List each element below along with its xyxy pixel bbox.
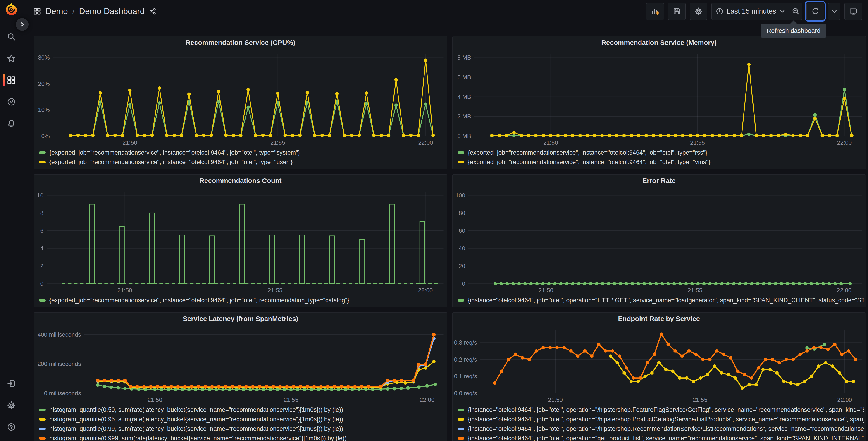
panel-title[interactable]: Recommendations Count — [34, 176, 447, 185]
panel-service-latency-chart[interactable]: 0 milliseconds200 milliseconds400 millis… — [34, 324, 447, 405]
legend-series-label: {exported_job="recommendationservice", i… — [49, 149, 300, 156]
svg-text:0%: 0% — [41, 133, 50, 140]
bell-icon — [7, 119, 16, 128]
sidebar-main-items — [0, 26, 23, 135]
legend-item[interactable]: {instance="otelcol:9464", job="otel", op… — [458, 414, 864, 424]
svg-text:0: 0 — [462, 280, 465, 287]
gear-icon — [7, 401, 16, 410]
panel-endpoint-rate-chart[interactable]: 0.0 req/s0.1 req/s0.2 req/s0.3 req/s21:5… — [453, 324, 866, 405]
panel-title[interactable]: Endpoint Rate by Service — [453, 314, 866, 324]
sidebar-item-help[interactable] — [0, 416, 23, 438]
tooltip-text: Refresh dashboard — [767, 27, 820, 34]
legend-item[interactable]: histogram_quantile(0.50, sum(rate(latenc… — [39, 405, 446, 414]
svg-text:4 MB: 4 MB — [457, 93, 471, 100]
refresh-interval-dropdown[interactable] — [828, 3, 840, 20]
refresh-dashboard-button[interactable] — [806, 3, 824, 20]
dashboard-settings-button[interactable] — [690, 3, 707, 20]
svg-text:10: 10 — [37, 192, 43, 199]
panel-recommendations-count: Recommendations Count 024681021:5021:552… — [34, 174, 447, 307]
panel-title[interactable]: Service Latency (from SpanMetrics) — [34, 314, 447, 324]
svg-text:2 MB: 2 MB — [457, 113, 471, 120]
svg-text:22:00: 22:00 — [418, 287, 433, 294]
grafana-logo[interactable] — [4, 3, 18, 16]
sidebar-item-sign-in[interactable] — [0, 373, 23, 394]
legend-series-label: histogram_quantile(0.50, sum(rate(latenc… — [49, 406, 343, 413]
breadcrumb: Demo / Demo Dashboard — [33, 6, 156, 16]
sidebar-item-explore[interactable] — [0, 91, 23, 113]
svg-text:21:55: 21:55 — [270, 139, 285, 146]
panel-cpu-chart[interactable]: 0%10%20%30%21:5021:5522:00 — [34, 47, 447, 147]
legend-item[interactable]: {exported_job="recommendationservice", i… — [39, 148, 446, 157]
svg-text:22:00: 22:00 — [418, 139, 433, 146]
time-picker-group: Last 15 minutes — [711, 3, 802, 20]
apps-grid-icon — [33, 7, 41, 15]
panel-title[interactable]: Recommendation Service (Memory) — [453, 38, 866, 47]
legend-item[interactable]: histogram_quantile(0.999, sum(rate(laten… — [39, 434, 446, 441]
sidebar-item-search[interactable] — [0, 26, 23, 48]
legend-item[interactable]: {instance="otelcol:9464", job="otel", op… — [458, 424, 864, 434]
svg-text:80: 80 — [459, 210, 465, 216]
svg-text:20%: 20% — [38, 80, 50, 87]
legend-series-label: histogram_quantile(0.95, sum(rate(latenc… — [49, 416, 343, 423]
panel-title[interactable]: Recommendation Service (CPU%) — [34, 38, 447, 47]
zoom-out-time-button[interactable] — [789, 3, 802, 20]
legend-item[interactable]: {exported_job="recommendationservice", i… — [39, 157, 446, 167]
svg-text:21:50: 21:50 — [122, 139, 137, 146]
legend-item[interactable]: {instance="otelcol:9464", job="otel", op… — [458, 434, 864, 441]
main-area: Demo / Demo Dashboard — [23, 0, 868, 441]
save-dashboard-button[interactable] — [668, 3, 686, 20]
save-icon — [673, 7, 681, 16]
share-icon[interactable] — [149, 8, 156, 15]
svg-text:21:50: 21:50 — [543, 139, 558, 146]
legend-item[interactable]: {instance="otelcol:9464", job="otel", op… — [458, 405, 864, 414]
legend-item[interactable]: {instance="otelcol:9464", job="otel", op… — [458, 295, 864, 305]
panel-error-rate-chart[interactable]: 02040608010021:5021:5522:00 — [453, 185, 866, 295]
legend-series-label: {exported_job="recommendationservice", i… — [468, 149, 707, 156]
legend-series-swatch — [458, 428, 464, 430]
svg-text:22:00: 22:00 — [837, 287, 851, 294]
svg-text:4: 4 — [40, 245, 43, 252]
legend-series-label: {exported_job="recommendationservice", i… — [468, 159, 711, 166]
svg-text:0.2 req/s: 0.2 req/s — [454, 356, 477, 363]
breadcrumb-folder[interactable]: Demo — [45, 6, 68, 16]
legend-series-swatch — [458, 161, 464, 164]
help-icon — [7, 423, 16, 431]
svg-text:21:50: 21:50 — [148, 396, 162, 403]
panel-error-rate: Error Rate 02040608010021:5021:5522:00 {… — [452, 174, 866, 307]
legend-series-label: histogram_quantile(0.99, sum(rate(latenc… — [49, 425, 343, 432]
svg-text:21:50: 21:50 — [548, 396, 562, 403]
sidebar-item-starred[interactable] — [0, 48, 23, 69]
top-navbar: Demo / Demo Dashboard — [23, 0, 868, 23]
cycle-view-mode-button[interactable] — [844, 3, 862, 20]
zoom-out-icon — [792, 7, 800, 16]
chevron-down-icon — [831, 8, 837, 14]
legend-item[interactable]: {exported_job="recommendationservice", i… — [458, 157, 864, 167]
panel-recommendations-count-chart[interactable]: 024681021:5021:5522:00 — [34, 185, 447, 295]
panel-title[interactable]: Error Rate — [453, 176, 866, 185]
refresh-tooltip: Refresh dashboard — [761, 24, 826, 38]
sidebar-footer-items — [0, 373, 23, 438]
legend-item[interactable]: histogram_quantile(0.95, sum(rate(latenc… — [39, 414, 446, 424]
svg-text:0.1 req/s: 0.1 req/s — [454, 373, 477, 380]
bar-chart-add-icon — [651, 7, 659, 16]
add-panel-button[interactable] — [646, 3, 664, 20]
legend-series-label: {instance="otelcol:9464", job="otel", op… — [468, 416, 864, 423]
legend-item[interactable]: histogram_quantile(0.99, sum(rate(latenc… — [39, 424, 446, 434]
panel-memory-chart[interactable]: 0 MB2 MB4 MB6 MB8 MB21:5021:5522:00 — [453, 47, 866, 147]
panel-recommendations-count-legend: {exported_job="recommendationservice", i… — [34, 295, 447, 307]
legend-item[interactable]: {exported_job="recommendationservice", i… — [39, 295, 446, 305]
svg-text:0 milliseconds: 0 milliseconds — [44, 390, 81, 396]
svg-text:0.3 req/s: 0.3 req/s — [454, 339, 477, 346]
sidebar-item-dashboards[interactable] — [0, 69, 23, 91]
legend-series-swatch — [39, 437, 46, 440]
panel-cpu-legend: {exported_job="recommendationservice", i… — [34, 147, 447, 169]
time-range-label: Last 15 minutes — [726, 7, 776, 16]
panel-memory-legend: {exported_job="recommendationservice", i… — [453, 147, 866, 169]
legend-item[interactable]: {exported_job="recommendationservice", i… — [458, 148, 864, 157]
time-range-picker[interactable]: Last 15 minutes — [712, 3, 789, 20]
svg-text:22:00: 22:00 — [420, 396, 434, 403]
svg-text:100: 100 — [455, 192, 465, 199]
breadcrumb-dashboard[interactable]: Demo Dashboard — [79, 6, 145, 16]
sidebar-item-alerting[interactable] — [0, 113, 23, 135]
sidebar-item-settings[interactable] — [0, 394, 23, 416]
